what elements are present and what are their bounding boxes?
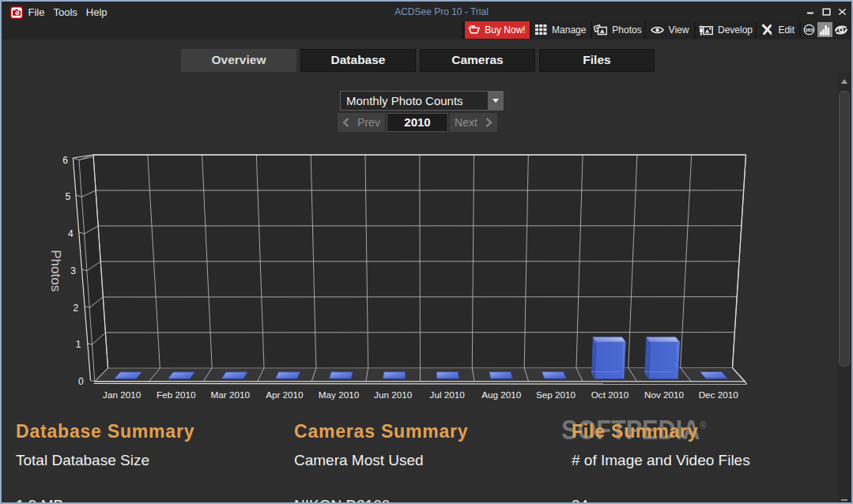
database-summary-title: Database Summary [16,423,194,441]
cameras-summary-label: Camera Most Used [294,453,424,468]
cameras-summary-title: Cameras Summary [294,423,468,441]
database-summary-label: Total Database Size [16,453,149,468]
file-summary-label: # of Image and Video Files [572,453,750,468]
file-summary-title: File Summary [572,423,698,441]
summary-section: Database Summary Total Database Size 1.9… [0,0,853,504]
database-summary-value: 1.9 MB [16,498,63,504]
file-summary-value: 24 [572,498,588,504]
cameras-summary-value: NIKON D3100 [294,498,390,504]
